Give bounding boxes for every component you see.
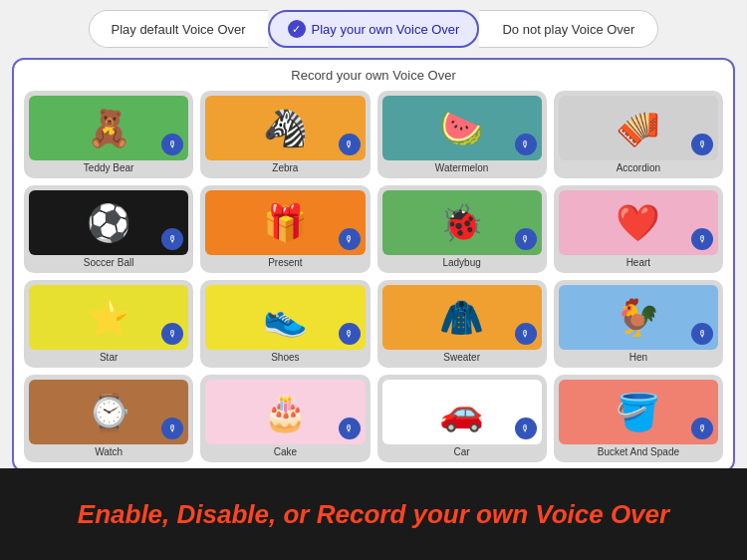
card-heart: ❤️🎙Heart [554, 185, 723, 273]
card-image-bucket-and-spade: 🪣🎙 [559, 380, 718, 444]
record-panel: Record your own Voice Over 🧸🎙Teddy Bear🦓… [12, 58, 735, 472]
card-image-teddy-bear: 🧸🎙 [29, 96, 188, 160]
card-accordion: 🪗🎙Accordion [554, 91, 723, 178]
mic-button-sweater[interactable]: 🎙 [515, 323, 537, 345]
mic-button-car[interactable]: 🎙 [515, 418, 537, 439]
card-ladybug: 🐞🎙Ladybug [377, 185, 547, 273]
card-watermelon: 🍉🎙Watermelon [377, 91, 547, 178]
card-teddy-bear: 🧸🎙Teddy Bear [24, 91, 193, 178]
card-present: 🎁🎙Present [200, 185, 370, 273]
card-shoes: 👟🎙Shoes [200, 280, 370, 368]
mic-button-cake[interactable]: 🎙 [339, 418, 361, 439]
card-image-watermelon: 🍉🎙 [382, 96, 542, 160]
mic-button-teddy-bear[interactable]: 🎙 [161, 134, 183, 155]
main-content-area: Play default Voice Over✓Play your own Vo… [0, 0, 747, 468]
card-image-zebra: 🦓🎙 [205, 96, 365, 160]
card-image-star: ⭐🎙 [29, 285, 188, 350]
card-image-cake: 🎂🎙 [205, 380, 365, 444]
card-label-soccer-ball: Soccer Ball [29, 257, 188, 268]
card-image-car: 🚗🎙 [382, 380, 542, 444]
card-bucket-and-spade: 🪣🎙Bucket And Spade [554, 375, 723, 462]
card-cake: 🎂🎙Cake [200, 375, 370, 462]
mic-button-soccer-ball[interactable]: 🎙 [161, 228, 183, 250]
card-label-watermelon: Watermelon [382, 162, 542, 173]
card-image-soccer-ball: ⚽🎙 [29, 190, 188, 255]
mic-button-bucket-and-spade[interactable]: 🎙 [691, 418, 713, 439]
card-label-star: Star [29, 352, 188, 363]
segmented-control: Play default Voice Over✓Play your own Vo… [12, 10, 735, 48]
mic-button-shoes[interactable]: 🎙 [339, 323, 361, 345]
card-zebra: 🦓🎙Zebra [200, 91, 370, 178]
record-panel-title: Record your own Voice Over [24, 68, 723, 83]
segment-default[interactable]: Play default Voice Over [89, 10, 268, 48]
check-icon: ✓ [288, 20, 306, 38]
card-label-cake: Cake [205, 446, 365, 457]
card-image-sweater: 🧥🎙 [382, 285, 542, 350]
card-label-present: Present [205, 257, 365, 268]
cards-grid: 🧸🎙Teddy Bear🦓🎙Zebra🍉🎙Watermelon🪗🎙Accordi… [24, 91, 723, 462]
card-label-ladybug: Ladybug [382, 257, 542, 268]
segment-label: Do not play Voice Over [502, 22, 634, 37]
card-label-bucket-and-spade: Bucket And Spade [559, 446, 718, 457]
mic-button-watermelon[interactable]: 🎙 [515, 134, 537, 155]
card-soccer-ball: ⚽🎙Soccer Ball [24, 185, 193, 273]
card-label-zebra: Zebra [205, 162, 365, 173]
segment-label: Play default Voice Over [111, 22, 245, 37]
card-label-teddy-bear: Teddy Bear [29, 162, 188, 173]
card-star: ⭐🎙Star [24, 280, 193, 368]
card-label-hen: Hen [559, 352, 718, 363]
card-image-accordion: 🪗🎙 [559, 96, 718, 160]
mic-button-accordion[interactable]: 🎙 [691, 134, 713, 155]
card-image-ladybug: 🐞🎙 [382, 190, 542, 255]
card-watch: ⌚🎙Watch [24, 375, 193, 462]
bottom-text: Enable, Disable, or Record your own Voic… [78, 499, 669, 530]
card-label-sweater: Sweater [382, 352, 542, 363]
mic-button-watch[interactable]: 🎙 [161, 418, 183, 439]
segment-none[interactable]: Do not play Voice Over [479, 10, 658, 48]
card-label-car: Car [382, 446, 542, 457]
card-image-heart: ❤️🎙 [559, 190, 718, 255]
card-label-accordion: Accordion [559, 162, 718, 173]
mic-button-zebra[interactable]: 🎙 [339, 134, 361, 155]
card-image-hen: 🐓🎙 [559, 285, 718, 350]
card-image-present: 🎁🎙 [205, 190, 365, 255]
mic-button-present[interactable]: 🎙 [339, 228, 361, 250]
card-image-watch: ⌚🎙 [29, 380, 188, 444]
mic-button-hen[interactable]: 🎙 [691, 323, 713, 345]
card-image-shoes: 👟🎙 [205, 285, 365, 350]
card-car: 🚗🎙Car [377, 375, 547, 462]
card-label-shoes: Shoes [205, 352, 365, 363]
card-label-heart: Heart [559, 257, 718, 268]
bottom-bar: Enable, Disable, or Record your own Voic… [0, 468, 747, 560]
card-label-watch: Watch [29, 446, 188, 457]
segment-own[interactable]: ✓Play your own Voice Over [268, 10, 480, 48]
mic-button-heart[interactable]: 🎙 [691, 228, 713, 250]
card-hen: 🐓🎙Hen [554, 280, 723, 368]
mic-button-ladybug[interactable]: 🎙 [515, 228, 537, 250]
segment-label: Play your own Voice Over [312, 22, 460, 37]
mic-button-star[interactable]: 🎙 [161, 323, 183, 345]
card-sweater: 🧥🎙Sweater [377, 280, 547, 368]
